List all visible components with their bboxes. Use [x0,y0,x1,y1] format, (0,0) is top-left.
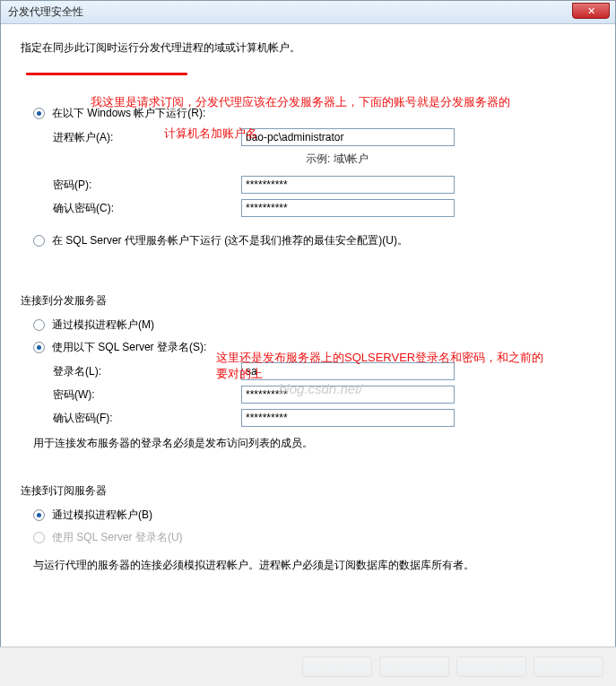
example-text: 示例: 域\帐户 [306,152,595,167]
annotation-underline [26,73,187,75]
login-label: 登录名(L): [53,364,241,379]
annotation-1: 我这里是请求订阅，分发代理应该在分发服务器上，下面的账号就是分发服务器的 [91,94,510,110]
dialog-content: 指定在同步此订阅时运行分发代理进程的域或计算机帐户。 我这里是请求订阅，分发代理… [1,24,615,646]
radio-label-sub-impersonate: 通过模拟进程帐户(B) [52,508,152,523]
password-label: 密码(P): [53,178,241,193]
section-title-subscriber: 连接到订阅服务器 [21,483,595,499]
radio-row-dist-impersonate[interactable]: 通过模拟进程帐户(M) [33,317,595,333]
radio-icon[interactable] [33,108,45,119]
dist-confirm-input[interactable] [241,409,455,427]
dialog-button-4[interactable] [534,656,603,677]
radio-label-sqlagent: 在 SQL Server 代理服务帐户下运行 (这不是我们推荐的最佳安全配置)(… [52,233,408,248]
radio-row-sub-impersonate[interactable]: 通过模拟进程帐户(B) [33,508,595,523]
dialog-button-bar [0,647,616,686]
radio-icon [33,532,45,543]
radio-label-dist-impersonate: 通过模拟进程帐户(M) [52,317,154,333]
radio-row-sqlagent[interactable]: 在 SQL Server 代理服务帐户下运行 (这不是我们推荐的最佳安全配置)(… [33,233,595,248]
confirm-password-input[interactable] [241,199,455,217]
dist-password-label: 密码(W): [53,387,241,403]
windows-account-fields: 进程帐户(A): 示例: 域\帐户 密码(P): 确认密码(C): [53,128,595,217]
radio-label-sub-sqllogin: 使用 SQL Server 登录名(U) [52,530,183,545]
annotation-2: 计算机名加账户名 [164,126,257,142]
radio-row-sub-sqllogin: 使用 SQL Server 登录名(U) [33,530,595,545]
sub-note: 与运行代理的服务器的连接必须模拟进程帐户。进程帐户必须是订阅数据库的数据库所有者… [33,558,595,573]
dialog-button-2[interactable] [379,656,449,677]
dialog-window: 分发代理安全性 ✕ 指定在同步此订阅时运行分发代理进程的域或计算机帐户。 我这里… [0,0,616,686]
dist-note: 用于连接发布服务器的登录名必须是发布访问列表的成员。 [33,436,595,451]
password-input[interactable] [241,176,455,194]
process-account-input[interactable] [241,128,455,146]
window-title: 分发代理安全性 [8,4,83,20]
annotation-3-line1: 这里还是发布服务器上的SQLSERVER登录名和密码，和之前的 [216,351,543,364]
dialog-button-3[interactable] [456,656,526,677]
radio-icon[interactable] [33,342,45,353]
dialog-button-1[interactable] [302,656,372,677]
annotation-3-line2: 要对的上 [216,367,263,380]
titlebar: 分发代理安全性 ✕ [1,1,615,24]
annotation-3: 这里还是发布服务器上的SQLSERVER登录名和密码，和之前的 要对的上 [216,350,543,382]
confirm-password-label: 确认密码(C): [53,201,241,216]
radio-icon[interactable] [33,509,45,521]
radio-icon[interactable] [33,235,45,247]
dist-password-input[interactable] [241,386,455,404]
radio-icon[interactable] [33,319,45,331]
close-button[interactable]: ✕ [572,3,610,19]
radio-label-dist-sqllogin: 使用以下 SQL Server 登录名(S): [52,340,206,355]
dist-confirm-label: 确认密码(F): [53,411,241,426]
intro-text: 指定在同步此订阅时运行分发代理进程的域或计算机帐户。 [21,40,595,56]
section-title-distributor: 连接到分发服务器 [21,293,595,308]
